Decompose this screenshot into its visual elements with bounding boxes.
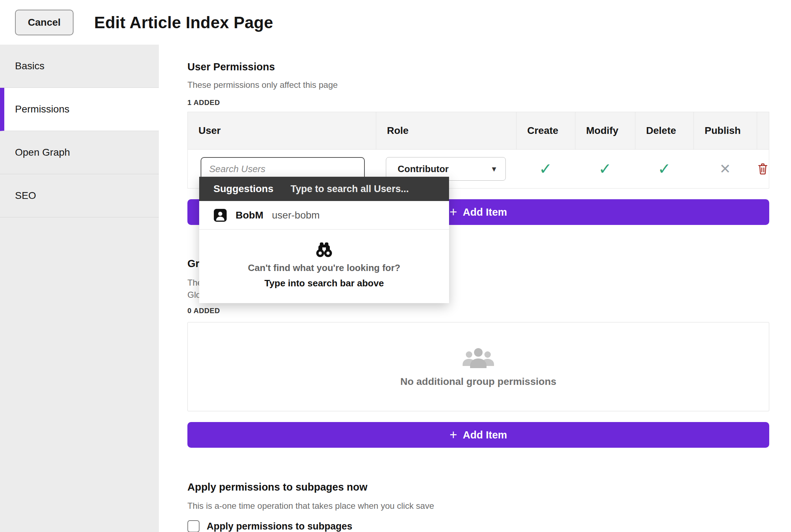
group-permissions-empty-text: No additional group permissions (400, 376, 556, 387)
sidebar-item-label: Basics (15, 60, 44, 72)
column-header-create: Create (516, 112, 575, 149)
role-select-value: Contributor (398, 164, 449, 175)
table-header-row: User Role Create Modify Delete Publish (188, 112, 769, 150)
delete-check-icon[interactable]: ✓ (658, 160, 671, 177)
binoculars-icon (315, 242, 333, 258)
suggestions-empty-state: Can't find what you're looking for? Type… (199, 230, 449, 303)
suggestions-dropdown: Suggestions Type to search all Users... … (199, 177, 449, 303)
apply-subpages-checkbox-label: Apply permissions to subpages (207, 521, 352, 532)
page-title: Edit Article Index Page (94, 13, 273, 32)
group-people-icon (460, 346, 496, 370)
subpages-title: Apply permissions to subpages now (187, 481, 769, 493)
column-header-actions (757, 112, 769, 149)
cancel-button[interactable]: Cancel (15, 10, 74, 35)
chevron-down-icon: ▾ (492, 164, 496, 174)
column-header-role: Role (376, 112, 516, 149)
sidebar-item-basics[interactable]: Basics (0, 45, 159, 88)
add-group-item-button[interactable]: + Add Item (187, 422, 769, 448)
plus-icon: + (449, 206, 457, 219)
sidebar-item-label: Permissions (15, 104, 69, 115)
suggestions-header: Suggestions Type to search all Users... (199, 177, 449, 201)
main-panel: User Permissions These permissions only … (159, 45, 791, 532)
suggestion-item-bobm[interactable]: BobM user-bobm (199, 201, 449, 230)
sidebar-item-seo[interactable]: SEO (0, 174, 159, 217)
sidebar: Basics Permissions Open Graph SEO (0, 45, 159, 532)
plus-icon: + (449, 428, 457, 441)
group-permissions-empty-state: No additional group permissions (187, 322, 769, 411)
user-permissions-subtitle: These permissions only affect this page (187, 80, 769, 90)
subpages-subtitle: This is a-one time operation that takes … (187, 501, 769, 511)
suggestions-hint: Type to search all Users... (291, 184, 409, 195)
column-header-user: User (188, 112, 376, 149)
modify-check-icon[interactable]: ✓ (599, 160, 612, 177)
suggestions-title: Suggestions (213, 183, 273, 195)
user-badge-icon (213, 209, 227, 222)
suggestions-empty-subtitle: Type into search bar above (264, 278, 384, 289)
column-header-delete: Delete (635, 112, 694, 149)
sidebar-item-permissions[interactable]: Permissions (0, 88, 159, 131)
sidebar-item-label: Open Graph (15, 147, 70, 158)
sidebar-item-open-graph[interactable]: Open Graph (0, 131, 159, 174)
user-permissions-added-count: 1 ADDED (187, 99, 769, 107)
user-permissions-title: User Permissions (187, 61, 769, 73)
top-bar: Cancel Edit Article Index Page (0, 0, 791, 45)
create-check-icon[interactable]: ✓ (539, 160, 552, 177)
publish-x-icon[interactable]: ✕ (720, 161, 731, 176)
suggestions-empty-title: Can't find what you're looking for? (248, 262, 400, 273)
apply-subpages-checkbox[interactable] (187, 520, 200, 532)
delete-row-icon[interactable] (757, 162, 769, 176)
column-header-publish: Publish (694, 112, 757, 149)
sidebar-item-label: SEO (15, 190, 36, 201)
group-permissions-added-count: 0 ADDED (187, 307, 769, 315)
column-header-modify: Modify (575, 112, 635, 149)
